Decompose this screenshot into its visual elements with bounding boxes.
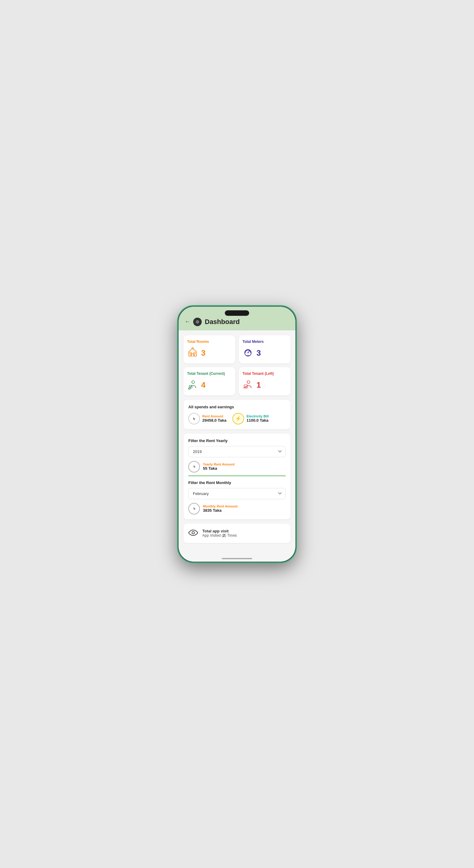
- tenant-current-card: Total Tenant (Current): [184, 367, 235, 396]
- phone-frame: ← Dashboard Total Rooms: [178, 306, 296, 562]
- tenant-current-icon: [187, 379, 198, 391]
- camera-dot: [196, 320, 199, 323]
- monthly-amount-label: Monthly Rent Amount: [203, 504, 238, 508]
- volume-up-button[interactable]: [178, 349, 178, 362]
- svg-point-10: [192, 381, 194, 383]
- electricity-amount: 1100.0 Taka: [246, 418, 268, 423]
- bolt-icon: ⚡: [235, 415, 241, 422]
- yearly-amount-row: ৳ Yearly Rent Amount 55 Taka: [188, 461, 286, 476]
- visit-count: 2: [223, 533, 225, 537]
- visit-title: Total app visit: [202, 529, 237, 533]
- visit-text-block: Total app visit App Visited (2) Times: [202, 529, 237, 537]
- total-meters-value: 3: [256, 348, 261, 358]
- monthly-filter-select[interactable]: January February March April May June Ju…: [188, 488, 286, 499]
- page-title: Dashboard: [205, 318, 240, 326]
- taka-symbol-yearly: ৳: [193, 464, 195, 469]
- total-meters-label: Total Meters: [243, 340, 287, 344]
- rent-text: Rent Amount 29458.0 Taka: [202, 414, 226, 423]
- tenant-left-icon: [243, 379, 253, 391]
- phone-screen: ← Dashboard Total Rooms: [179, 307, 295, 562]
- monthly-amount-text: Monthly Rent Amount 3835 Taka: [203, 504, 238, 513]
- camera-icon: [193, 318, 202, 326]
- tenant-current-body: 4: [187, 379, 231, 391]
- tenant-left-body: 1: [243, 379, 287, 391]
- yearly-amount-label: Yearly Rent Amount: [203, 462, 234, 466]
- rent-label: Rent Amount: [202, 414, 226, 418]
- total-meters-card: Total Meters: [239, 335, 290, 364]
- electricity-label: Electricity Bill: [246, 414, 268, 418]
- eye-icon: [188, 528, 198, 538]
- rent-item: ৳ Rent Amount 29458.0 Taka: [188, 413, 226, 425]
- tenant-left-value: 1: [256, 380, 261, 390]
- total-rooms-body: 3: [187, 347, 231, 359]
- visit-sub-prefix: App Visited (: [202, 533, 223, 537]
- tenant-current-label: Total Tenant (Current): [187, 371, 231, 376]
- house-icon: [187, 347, 198, 359]
- yearly-filter-select[interactable]: 2017 2018 2019 2020 2021: [188, 446, 286, 457]
- svg-rect-0: [191, 354, 193, 356]
- rent-amount: 29458.0 Taka: [202, 418, 226, 423]
- electricity-text: Electricity Bill 1100.0 Taka: [246, 414, 268, 423]
- yearly-taka-icon: ৳: [188, 461, 200, 472]
- monthly-filter-title: Filter the Rent Monthly: [188, 480, 286, 485]
- taka-icon: ৳: [188, 413, 200, 425]
- tenant-left-card: Total Tenant (Left): [239, 367, 290, 396]
- spends-title: All spends and earnings: [188, 405, 286, 409]
- visit-subtitle: App Visited (2) Times: [202, 533, 237, 537]
- total-rooms-card: Total Rooms 3: [184, 335, 235, 364]
- filter-card: Filter the Rent Yearly 2017 2018 2019 20…: [184, 434, 290, 519]
- power-button[interactable]: [296, 355, 296, 372]
- electricity-item: ⚡ Electricity Bill 1100.0 Taka: [232, 413, 268, 425]
- notch: [225, 310, 249, 316]
- spends-row: ৳ Rent Amount 29458.0 Taka ⚡ Electricity…: [188, 413, 286, 425]
- monthly-section: Filter the Rent Monthly January February…: [188, 480, 286, 515]
- back-button[interactable]: ←: [185, 318, 190, 325]
- monthly-amount-value: 3835 Taka: [203, 508, 238, 513]
- taka-symbol: ৳: [193, 416, 195, 422]
- home-indicator: [222, 558, 252, 559]
- spends-card: All spends and earnings ৳ Rent Amount 29…: [184, 400, 290, 429]
- main-content: Total Rooms 3: [179, 331, 295, 556]
- total-meters-body: 3: [243, 347, 287, 359]
- volume-down-button[interactable]: [178, 366, 178, 378]
- visit-sub-suffix: ) Times: [225, 533, 237, 537]
- tenant-left-label: Total Tenant (Left): [243, 371, 287, 376]
- taka-symbol-monthly: ৳: [193, 506, 195, 511]
- monthly-taka-icon: ৳: [188, 503, 200, 515]
- yearly-filter-title: Filter the Rent Yearly: [188, 438, 286, 443]
- total-rooms-value: 3: [201, 348, 206, 358]
- yearly-amount-value: 55 Taka: [203, 466, 234, 471]
- electricity-icon: ⚡: [232, 413, 244, 425]
- meter-icon: [243, 347, 253, 359]
- monthly-amount-row: ৳ Monthly Rent Amount 3835 Taka: [188, 503, 286, 515]
- tenant-current-value: 4: [201, 380, 206, 390]
- visit-card: Total app visit App Visited (2) Times: [184, 524, 290, 543]
- total-rooms-label: Total Rooms: [187, 340, 231, 344]
- svg-point-17: [192, 531, 194, 534]
- stats-grid: Total Rooms 3: [184, 335, 290, 396]
- svg-point-5: [247, 352, 249, 353]
- back-arrow-icon: ←: [185, 318, 190, 325]
- svg-point-13: [247, 381, 250, 383]
- yearly-amount-text: Yearly Rent Amount 55 Taka: [203, 462, 234, 471]
- bottom-bar: [179, 556, 295, 562]
